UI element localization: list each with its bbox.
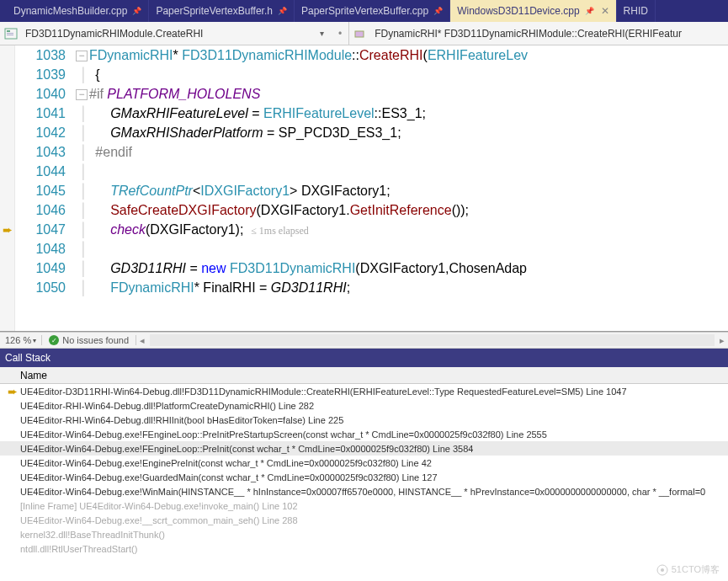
stack-frame[interactable]: UE4Editor-Win64-Debug.exe!GuardedMain(co… [0,470,728,484]
gutter-indicators: ➨ [0,45,15,331]
check-icon: ✓ [49,335,59,345]
svg-point-6 [661,568,664,572]
horizontal-scrollbar[interactable] [150,334,715,346]
call-stack-header[interactable]: Call Stack [0,349,728,367]
svg-rect-3 [7,35,13,35]
tab-windowsd3d11device-cpp[interactable]: WindowsD3D11Device.cpp📌✕ [450,0,616,22]
call-stack-list[interactable]: ➨UE4Editor-D3D11RHI-Win64-Debug.dll!FD3D… [0,384,728,581]
tab-rhid[interactable]: RHID [617,0,656,22]
svg-rect-1 [7,30,10,32]
tab-bar: DynamicMeshBuilder.cpp📌PaperSpriteVertex… [0,0,728,22]
code-editor[interactable]: ➨ 10381039104010411042104310441045104610… [0,45,728,332]
watermark: 51CTO博客 [656,563,720,576]
pin-icon: 📌 [433,7,443,15]
issues-indicator[interactable]: ✓No issues found [42,335,136,345]
member-icon[interactable] [353,26,368,41]
line-numbers: 1038103910401041104210431044104510461047… [15,45,76,331]
nav-separator: • [332,28,348,40]
scope-dropdown[interactable]: ▾ [320,29,332,38]
stack-frame[interactable]: UE4Editor-Win64-Debug.exe!FEngineLoop::P… [0,441,728,456]
svg-rect-2 [7,33,13,34]
editor-status-bar: 126 %▾ ✓No issues found ◂ ▸ [0,332,728,349]
stack-frame[interactable]: UE4Editor-Win64-Debug.exe!FEngineLoop::P… [0,427,728,441]
fold-icon[interactable]: − [76,89,88,100]
scroll-left-icon[interactable]: ◂ [136,335,148,346]
code-area[interactable]: −FDynamicRHI* FD3D11DynamicRHIModule::Cr… [76,45,728,331]
current-line-arrow-icon: ➨ [3,223,13,237]
stack-frame[interactable]: UE4Editor-Win64-Debug.exe!EnginePreInit(… [0,456,728,470]
pin-icon: 📌 [585,7,594,15]
scroll-right-icon[interactable]: ▸ [716,335,728,346]
tab-dynamicmeshbuilder-cpp[interactable]: DynamicMeshBuilder.cpp📌 [7,0,149,22]
stack-frame[interactable]: [Inline Frame] UE4Editor-Win64-Debug.exe… [0,498,728,513]
stack-frame[interactable]: kernel32.dll!BaseThreadInitThunk() [0,527,728,541]
call-stack-column-header[interactable]: Name [0,367,728,384]
stack-frame[interactable]: UE4Editor-Win64-Debug.exe!__scrt_common_… [0,513,728,527]
pin-icon: 📌 [132,7,141,15]
tab-paperspritevertexbuffer-cpp[interactable]: PaperSpriteVertexBuffer.cpp📌 [295,0,450,22]
scope-text[interactable]: FD3D11DynamicRHIModule.CreateRHI [22,28,206,40]
member-text[interactable]: FDynamicRHI* FD3D11DynamicRHIModule::Cre… [371,28,685,40]
zoom-level[interactable]: 126 %▾ [0,335,42,345]
stack-frame[interactable]: UE4Editor-Win64-Debug.exe!WinMain(HINSTA… [0,484,728,498]
fold-icon[interactable]: − [76,51,88,61]
navigation-bar: FD3D11DynamicRHIModule.CreateRHI ▾ • FDy… [0,22,728,45]
close-icon[interactable]: ✕ [601,5,609,17]
stack-frame[interactable]: UE4Editor-RHI-Win64-Debug.dll!PlatformCr… [0,398,728,413]
scope-icon[interactable] [3,26,19,41]
stack-frame[interactable]: ntdll.dll!RtlUserThreadStart() [0,541,728,556]
current-frame-arrow-icon: ➨ [8,385,18,398]
stack-frame[interactable]: UE4Editor-RHI-Win64-Debug.dll!RHIInit(bo… [0,413,728,427]
stack-frame[interactable]: ➨UE4Editor-D3D11RHI-Win64-Debug.dll!FD3D… [0,384,728,398]
tab-paperspritevertexbuffer-h[interactable]: PaperSpriteVertexBuffer.h📌 [149,0,295,22]
svg-rect-4 [355,31,364,37]
pin-icon: 📌 [278,7,287,15]
